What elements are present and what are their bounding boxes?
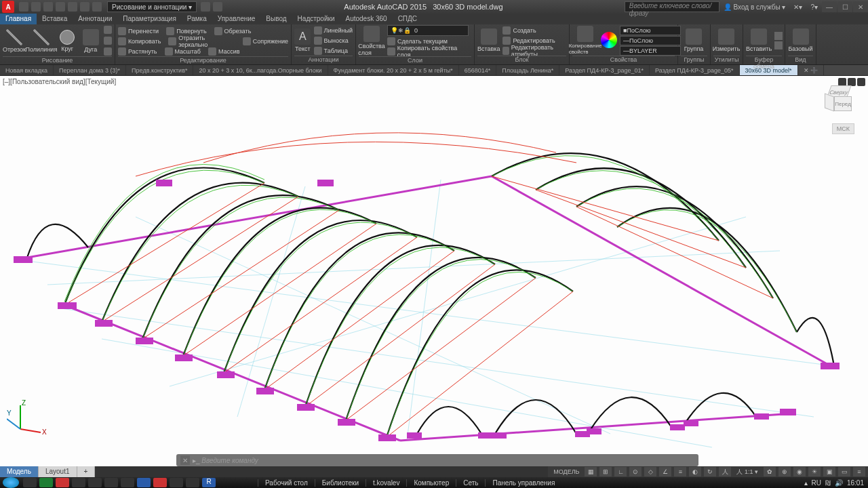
- hardware-icon[interactable]: ▣: [823, 467, 835, 476]
- osnap-toggle[interactable]: ◇: [644, 467, 656, 476]
- help-icon[interactable]: ?▾: [810, 3, 818, 11]
- match-layer[interactable]: Копировать свойства слоя: [387, 47, 471, 56]
- workspace-icon[interactable]: ⊕: [778, 467, 791, 476]
- qat-extra2-icon[interactable]: [213, 2, 222, 12]
- arc-tool[interactable]: Дуга: [80, 29, 101, 53]
- insert-block-button[interactable]: Вставка: [477, 28, 500, 52]
- annoscale-icon[interactable]: 人: [719, 467, 731, 476]
- linetype-dropdown[interactable]: — BYLAYER: [620, 46, 681, 56]
- drawing-canvas[interactable]: [–][Пользовательский вид][Текущий]: [0, 76, 868, 466]
- snap-toggle[interactable]: ⊞: [599, 467, 612, 476]
- tb-word-icon[interactable]: [137, 478, 151, 487]
- search-input[interactable]: Введите ключевое слово/фразу: [625, 1, 719, 12]
- tb-network[interactable]: Сеть: [456, 479, 485, 487]
- array-icon[interactable]: [208, 47, 216, 56]
- polyline-tool[interactable]: Полилиния: [28, 29, 54, 53]
- qat-save-icon[interactable]: [43, 2, 53, 12]
- rotate-icon[interactable]: [166, 27, 174, 35]
- customize-icon[interactable]: ≡: [853, 467, 865, 476]
- command-line[interactable]: ✕ ▸_ Введите команду: [176, 454, 698, 466]
- doc-tab[interactable]: Раздел ПД4-КР-3_page_01*: [559, 65, 650, 75]
- panel-annot-label[interactable]: Аннотации: [294, 56, 353, 64]
- model-tab[interactable]: Модель: [0, 466, 39, 477]
- block-create[interactable]: Создать: [502, 26, 566, 35]
- grid-toggle[interactable]: ▦: [585, 467, 597, 476]
- tb-explorer-icon[interactable]: [23, 478, 37, 487]
- tab-insert[interactable]: Вставка: [37, 14, 73, 24]
- add-tab-button[interactable]: ✕ ➕: [798, 65, 825, 75]
- exchange-icon[interactable]: ✕▾: [793, 3, 802, 11]
- baseview-button[interactable]: Базовый: [788, 28, 813, 52]
- scale-icon[interactable]: [165, 47, 173, 56]
- qat-extra1-icon[interactable]: [201, 2, 210, 12]
- hatch-icon[interactable]: [104, 47, 112, 56]
- copy-clip-icon[interactable]: [774, 41, 783, 49]
- mirror-icon[interactable]: [168, 37, 176, 45]
- doc-tab[interactable]: Раздел ПД4-КР-3_page_05*: [650, 65, 740, 75]
- stretch-icon[interactable]: [118, 47, 126, 56]
- isolate-icon[interactable]: ☀: [808, 467, 821, 476]
- tb-acad-icon[interactable]: [153, 478, 167, 487]
- minimize-button[interactable]: —: [822, 1, 837, 12]
- close-button[interactable]: ✕: [853, 1, 868, 12]
- tb-excel-icon[interactable]: [39, 478, 53, 487]
- tray-vol-icon[interactable]: 🔊: [835, 479, 843, 487]
- add-layout-button[interactable]: +: [77, 466, 96, 477]
- cut-icon[interactable]: [774, 32, 783, 40]
- layer-dropdown[interactable]: 💡❄🔒 0: [387, 25, 469, 36]
- viewport-label[interactable]: [–][Пользовательский вид][Текущий]: [3, 78, 116, 85]
- cmd-close-icon[interactable]: ✕: [180, 455, 190, 465]
- block-attr[interactable]: Редактировать атрибуты: [502, 46, 566, 56]
- tab-a360[interactable]: Autodesk 360: [340, 14, 392, 24]
- cycling-toggle[interactable]: ↻: [704, 467, 716, 476]
- scale-display[interactable]: 人 1:1 ▾: [734, 468, 761, 476]
- tray-show-hidden-icon[interactable]: ▴: [804, 479, 808, 487]
- fillet-icon[interactable]: [243, 37, 251, 45]
- tab-home[interactable]: Главная: [0, 14, 37, 24]
- qat-undo-icon[interactable]: [80, 2, 90, 12]
- tb-app-icon[interactable]: [88, 478, 102, 487]
- tab-manage[interactable]: Управление: [212, 14, 261, 24]
- tb-app2-icon[interactable]: [104, 478, 118, 487]
- transparency-toggle[interactable]: ◐: [689, 467, 701, 476]
- tb-computer[interactable]: Компьютер: [406, 479, 456, 487]
- start-button[interactable]: [3, 477, 19, 488]
- tab-output[interactable]: Вывод: [260, 14, 292, 24]
- tb-desktop[interactable]: Рабочий стол: [258, 479, 315, 487]
- qat-print-icon[interactable]: [68, 2, 77, 12]
- tb-app3-icon[interactable]: [170, 478, 183, 487]
- panel-groups-label[interactable]: Группы: [681, 56, 707, 64]
- panel-layers-label[interactable]: Слои: [359, 56, 471, 64]
- move-icon[interactable]: [118, 27, 126, 35]
- panel-view-label[interactable]: Вид: [788, 56, 813, 64]
- line-tool[interactable]: Отрезок: [3, 29, 26, 53]
- maximize-button[interactable]: ☐: [837, 1, 852, 12]
- tb-app4-icon[interactable]: [186, 478, 199, 487]
- tb-revit-icon[interactable]: R: [202, 478, 216, 487]
- dim-linear[interactable]: Линейный: [314, 26, 353, 35]
- ortho-toggle[interactable]: ∟: [614, 467, 627, 476]
- table-tool[interactable]: Таблица: [314, 46, 353, 56]
- circle-tool[interactable]: Круг: [57, 30, 78, 52]
- otrack-toggle[interactable]: ∠: [659, 467, 671, 476]
- matchprop-button[interactable]: Копирование свойств: [572, 26, 598, 55]
- tab-addins[interactable]: Надстройки: [292, 14, 340, 24]
- color-dropdown[interactable]: ■ ПоСлою: [620, 26, 681, 35]
- tb-chrome-icon[interactable]: [72, 478, 85, 487]
- cleanscreen-icon[interactable]: ▭: [838, 467, 850, 476]
- tb-folder-icon[interactable]: [121, 478, 134, 487]
- doc-tab[interactable]: Площадь Ленина*: [496, 65, 559, 75]
- gear-icon[interactable]: ✿: [764, 467, 776, 476]
- tray-clock[interactable]: 16:01: [847, 479, 864, 487]
- doc-tab[interactable]: 6568014*: [459, 65, 497, 75]
- measure-button[interactable]: Измерить: [713, 28, 739, 52]
- group-button[interactable]: Группа: [681, 28, 707, 52]
- qat-new-icon[interactable]: [19, 2, 28, 12]
- tb-user[interactable]: t.kovalev: [366, 479, 406, 487]
- qat-redo-icon[interactable]: [92, 2, 102, 12]
- tb-pdf-icon[interactable]: [56, 478, 69, 487]
- color-button[interactable]: [601, 32, 617, 49]
- tab-parametric[interactable]: Параметризация: [117, 14, 182, 24]
- text-tool[interactable]: AТекст: [294, 28, 311, 52]
- workspace-dropdown[interactable]: Рисование и аннотации ▾: [107, 1, 197, 12]
